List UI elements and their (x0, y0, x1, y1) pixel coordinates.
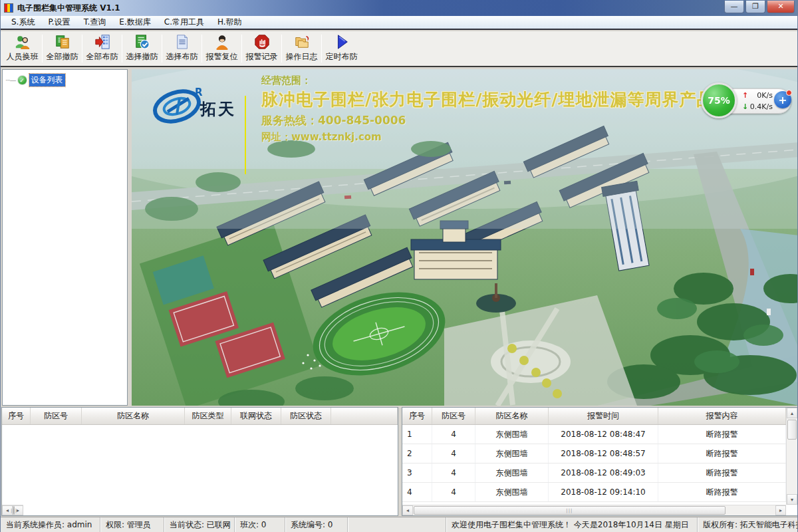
toolbar-button-disarm-select[interactable]: 选择撤防 (123, 33, 161, 65)
status-system-no: 系统编号: 0 (285, 517, 348, 532)
device-tree-panel: ···— ✓ 设备列表 (2, 69, 128, 406)
toolbar-button-staff-shift[interactable]: 人员换班 (3, 33, 41, 65)
toolbar: 人员换班 全部撤防 全部布防 选择撤防 (1, 31, 798, 67)
arm-all-icon (94, 34, 111, 50)
speed-ball-widget[interactable]: 75% ↑0K/s ↓0.4K/s + (701, 85, 791, 117)
disarm-all-icon (54, 34, 71, 50)
alarm-log-icon (253, 34, 271, 50)
app-logo-icon (4, 3, 13, 13)
toolbar-button-arm-select[interactable]: 选择布防 (163, 33, 201, 65)
operation-log-icon (293, 34, 311, 50)
toolbar-button-alarm-reset[interactable]: 报警复位 (203, 33, 241, 65)
disarm-select-icon (134, 34, 151, 50)
menu-help[interactable]: H.帮助 (211, 15, 249, 29)
zone-table-body (2, 425, 398, 496)
campus-aerial-rendering (132, 69, 798, 406)
network-speeds: ↑0K/s ↓0.4K/s (742, 90, 773, 112)
expand-plus-button[interactable]: + (774, 91, 791, 108)
menu-query[interactable]: T.查询 (77, 15, 113, 29)
menu-settings[interactable]: P.设置 (41, 15, 76, 29)
vscroll-thumb[interactable] (787, 420, 797, 440)
col-zone-name[interactable]: 防区名称 (475, 408, 549, 424)
staff-shift-icon (14, 34, 31, 50)
zone-hscrollbar[interactable]: ◂ ||| ▸ (2, 505, 23, 515)
col-zone-no[interactable]: 防区号 (432, 408, 475, 424)
timed-arm-icon (333, 34, 350, 50)
col-zone-state[interactable]: 防区状态 (281, 408, 331, 424)
title-bar: 电子围栏集中管理系统 V1.1 — ❐ ✕ (1, 0, 798, 16)
campus-aerial-image: R 拓天 经营范围： 脉冲电子围栏/张力电子围栏/振动光纤/埋地泄漏等周界产品 … (132, 69, 798, 406)
maximize-button[interactable]: ❐ (745, 1, 765, 13)
col-alarm-time[interactable]: 报警时间 (549, 408, 658, 424)
menu-system[interactable]: S.系统 (5, 15, 41, 29)
alarm-vscrollbar[interactable]: ▴ ▾ (786, 408, 797, 505)
scroll-up-icon[interactable]: ▴ (787, 408, 797, 418)
alarm-hscrollbar[interactable]: ◂ ||| ▸ (402, 505, 786, 515)
minimize-button[interactable]: — (724, 1, 744, 13)
scroll-down-icon[interactable]: ▾ (787, 494, 797, 505)
toolbar-button-alarm-log[interactable]: 报警记录 (243, 33, 281, 65)
col-zone-name[interactable]: 防区名称 (82, 408, 185, 424)
menu-tools[interactable]: C.常用工具 (158, 15, 211, 29)
tree-item-label: 设备列表 (29, 74, 65, 86)
status-operator: 当前系统操作员: admin (1, 517, 100, 532)
download-speed: 0.4K/s (750, 101, 773, 112)
notification-dot (786, 90, 792, 96)
col-zone-no[interactable]: 防区号 (31, 408, 82, 424)
window-title: 电子围栏集中管理系统 V1.1 (17, 3, 120, 14)
zone-table-header: 序号 防区号 防区名称 防区类型 联网状态 防区状态 (2, 408, 398, 425)
status-copyright: 版权所有: 拓天智能电子科技有限 (698, 517, 798, 532)
status-welcome: 欢迎使用电子围栏集中管理系统！ 今天是2018年10月14日 星期日 (446, 517, 698, 532)
scroll-left-icon[interactable]: ◂ (402, 505, 413, 515)
col-alarm-content[interactable]: 报警内容 (658, 408, 786, 424)
menu-database[interactable]: E.数据库 (112, 15, 157, 29)
download-arrow-icon: ↓ (742, 101, 748, 112)
close-button[interactable]: ✕ (767, 1, 795, 13)
toolbar-button-disarm-all[interactable]: 全部撤防 (43, 33, 81, 65)
memory-percent-ball[interactable]: 75% (701, 82, 737, 118)
alarm-row[interactable]: 1 4 东侧围墙 2018-08-12 08:48:47 断路报警 (402, 425, 786, 444)
col-zone-type[interactable]: 防区类型 (185, 408, 231, 424)
status-spacer (348, 517, 446, 532)
alarm-row[interactable]: 4 4 东侧围墙 2018-08-12 09:14:10断路报警 (402, 483, 786, 502)
scroll-right-icon[interactable]: ▸ (775, 505, 786, 515)
upload-speed: 0K/s (757, 90, 773, 101)
toolbar-button-arm-all[interactable]: 全部布防 (83, 33, 121, 65)
alarm-reset-icon (213, 34, 231, 50)
tree-branch-line: ···— (5, 76, 16, 84)
col-seq[interactable]: 序号 (402, 408, 432, 424)
status-connection: 当前状态: 已联网 (164, 517, 235, 532)
alarm-row[interactable]: 2 4 东侧围墙 2018-08-12 08:48:57 断路报警 (402, 444, 786, 464)
zone-status-table: 序号 防区号 防区名称 防区类型 联网状态 防区状态 ◂ ||| ▸ (1, 407, 398, 516)
alarm-row[interactable]: 3 4 东侧围墙 2018-08-12 08:49:03 断路报警 (402, 464, 786, 483)
device-ok-icon: ✓ (17, 75, 27, 85)
tree-item-device-list[interactable]: ···— ✓ 设备列表 (5, 74, 127, 86)
toolbar-button-operation-log[interactable]: 操作日志 (283, 33, 321, 65)
col-seq[interactable]: 序号 (2, 408, 31, 424)
upload-arrow-icon: ↑ (742, 90, 748, 101)
status-bar: 当前系统操作员: admin 权限: 管理员 当前状态: 已联网 班次: 0 系… (1, 517, 798, 532)
col-net-state[interactable]: 联网状态 (231, 408, 281, 424)
status-permission: 权限: 管理员 (100, 517, 164, 532)
arm-select-icon (174, 34, 191, 50)
alarm-table-header: 序号 防区号 防区名称 报警时间 报警内容 (402, 408, 786, 425)
toolbar-button-timed-arm[interactable]: 定时布防 (323, 33, 360, 65)
alarm-log-table: 序号 防区号 防区名称 报警时间 报警内容 1 4 东侧围墙 2018-08-1… (402, 407, 798, 516)
menu-bar: S.系统 P.设置 T.查询 E.数据库 C.常用工具 H.帮助 (1, 16, 798, 30)
status-shift: 班次: 0 (235, 517, 285, 532)
